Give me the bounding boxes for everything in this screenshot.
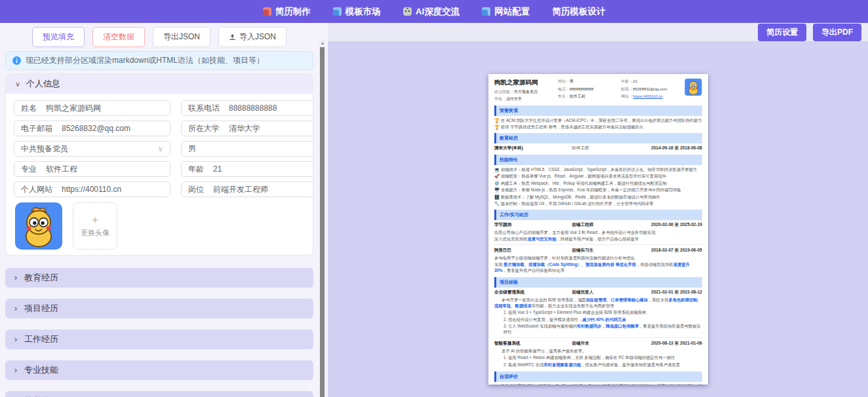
education-dates: 2014-09-16 至 2018-06-08 [634,145,702,151]
change-avatar-label: 更换头像 [81,228,109,238]
resume-info-value: 85268832@qq.com [633,87,667,91]
major-field: 专业 [14,161,170,177]
resume-settings-button[interactable]: 简历设置 [758,24,806,41]
highlighted-text: 图片懒加载、按需加载（Code Splitting）、预渲染首屏内容 等优化手段 [503,262,636,267]
clear-data-button[interactable]: 清空数据 [92,27,145,47]
collapsed-section-work[interactable]: ›工作经历 [5,330,313,349]
text-segment: ，优化客户沟通体验，提升服务响应速度与客户满意度 [581,362,680,367]
resume-info-pair: 性别：男 [558,79,619,85]
resume-section: 教育经历清华大学(本科)软件工程2014-09-16 至 2018-06-08 [494,133,702,151]
scrollbar-thumb[interactable] [320,47,325,397]
name-field-input[interactable] [46,104,163,113]
personal-info-card: ∨ 个人信息 姓名联系电话电子邮箱所在大学中共预备党员∨男∨专业年龄个人网站岗位 [5,73,313,255]
collapsed-section-education[interactable]: ›教育经历 [5,268,313,288]
name-field-label: 姓名 [21,103,37,114]
nav-label: 简历制作 [275,6,311,18]
political-status-select-value: 中共预备党员 [21,143,157,155]
scrollbar-up-icon[interactable]: ▲ [319,40,326,47]
nav-item-resume-builder[interactable]: 简历制作 [263,6,311,18]
phone-field-input[interactable] [229,104,313,113]
chevron-right-icon: › [14,366,17,374]
export-pdf-button[interactable]: 导出PDF [813,24,861,41]
collapsed-section-honors[interactable]: ›荣誉奖项 [5,391,313,397]
left-panel-scrollbar[interactable]: ▲ [319,40,326,397]
gender-select[interactable]: 男∨ [181,141,313,157]
text-segment: ，显著提升用户访问体验和转化率 [503,268,564,273]
preview-canvas: 狗凯之家源码网 政治面貌：中共预备党员学校：清华大学 性别：男电话：888888… [328,41,868,397]
job-header-row: 智能客服系统前端开发2020-08-13 至 2021-01-06 [494,341,702,347]
avatar-row: + 更换头像 [6,197,313,250]
age-field-input[interactable] [213,164,313,174]
job-header-row: 字节跳动前端工程师2020-02-06 至 2025-02-19 [494,222,702,228]
bullet-icon: 🏆 [494,124,500,129]
text-segment: 2. 优化组件设计与复用，提升模块通用性， [503,317,582,322]
resume-section-title: 荣誉奖项 [494,105,702,116]
resume-info-pair: 邮箱：85268832@qq.com [621,86,682,92]
job-entry: 企业级管理系统前端负责人2021-02-01 至 2022-08-12参与开发一… [494,290,702,335]
personal-info-header[interactable]: ∨ 个人信息 [6,74,313,94]
text-segment: 参与电商平台移动端前端开发，针对加载速度和跳转流畅性能进行分析与优化 [494,255,635,260]
jobs-list: 企业级管理系统前端负责人2021-02-01 至 2022-08-12参与开发一… [494,290,702,368]
position-field-input[interactable] [213,185,313,194]
job-dates: 2021-02-01 至 2022-08-12 [634,290,702,295]
nav-item-site-config[interactable]: 网站配置 [482,6,530,18]
bullet-icon: 🗄️ [494,195,500,199]
highlighted-text: 实时数据同步，降低接口轮询频率 [577,324,639,328]
resume-builder-app: 简历制作 模板市场 AI深度交流 网站配置 简历模板设计 预览填充 清空数据 导… [0,0,868,397]
text-segment: ，持续提升用户体验，助力产品核心指标提升 [556,236,639,241]
university-field: 所在大学 [181,121,313,136]
template-market-icon [333,7,342,16]
nav-item-template-design[interactable]: 简历模板设计 [552,6,605,18]
job-detail-line: 1. 使用 Vue 3 + TypeScript + Element Plus … [503,309,702,315]
bullet-item: 🖥️全栈能力：掌握 Node.js，熟悉 Express、Koa 等后端框架，具… [494,187,702,193]
resume-section-title: 技能特长 [494,155,702,165]
bullet-icon: 🔧 [494,201,500,206]
collapsed-section-projects[interactable]: ›项目经历 [5,299,313,318]
website-field-input[interactable] [62,185,163,194]
bullet-icon: 🏆 [494,118,500,123]
collapsed-section-label: 工作经历 [24,333,58,345]
job-role: 前端工程师 [572,222,634,228]
text-segment: 3. 引入 WebSocket 实现前端与服务端的 [503,324,577,328]
bullet-icon: ⚙️ [494,181,500,185]
text-segment: 版本控制：熟练使用 Git，常用 GitHub / GitLab 进行协作开发，… [501,201,654,206]
job-detail-line: 深入优化页面加载速度与交互性能，持续提升用户体验，助力产品核心指标提升 [494,236,702,242]
text-segment: 全栈能力：掌握 Node.js，熟悉 Express、Koa 等后端框架，具备一… [501,187,681,192]
political-status-select[interactable]: 中共预备党员∨ [14,141,170,157]
major-field-input[interactable] [46,164,163,174]
import-json-button[interactable]: 导入JSON [218,27,286,47]
resume-info-label: 年龄： [621,79,633,83]
site-config-icon [482,7,490,16]
job-detail-line: 1. 使用 React + Redux 构建前端架构，支持 多端适配，确保在 P… [503,354,702,360]
age-field-label: 年龄 [188,164,204,175]
university-field-input[interactable] [229,124,313,133]
name-field: 姓名 [14,100,170,116]
education-row: 清华大学(本科)软件工程2014-09-16 至 2018-06-08 [494,145,702,151]
preview-toolbar: 简历设置 导出PDF [328,23,868,41]
export-json-button[interactable]: 导出JSON [153,27,210,47]
nav-item-ai-chat[interactable]: AI深度交流 [403,6,460,18]
resume-website-link[interactable]: https://400110.cn [633,94,663,98]
chevron-down-icon: ∨ [157,144,163,153]
resume-info-pair: 政治面貌：中共预备党员 [494,89,555,95]
job-org: 阿里巴巴 [494,248,572,254]
text-segment: 构建工具：熟悉 Webpack、Vite、Rollup 等现代前端构建工具，能进… [501,181,667,185]
text-segment: 前端技术：精通 HTML5、CSS3、JavaScript、TypeScript… [501,167,698,172]
resume-section-title: 工作/实习经历 [494,210,702,220]
text-segment: 深入优化页面加载 [494,236,527,241]
resume-section: 技能特长💻前端技术：精通 HTML5、CSS3、JavaScript、TypeS… [494,155,702,206]
preview-fill-button[interactable]: 预览填充 [32,27,85,47]
chevron-right-icon: › [14,305,17,312]
collapsed-section-skills[interactable]: ›专业技能 [5,360,313,380]
text-segment: 在 ACM 国际大学生程序设计竞赛（ACM-ICPC）中，荣获全国二等奖，展现出… [501,118,702,123]
job-entry: 字节跳动前端工程师2020-02-06 至 2025-02-19负责公司核心产品… [494,222,702,242]
resume-section-title: 自我评价 [494,371,702,382]
bullet-item: 🗄️数据库技术：了解 MySQL、MongoDB、Redis，能进行基本的数据存… [494,194,702,200]
job-dates: 2020-08-13 至 2021-01-06 [634,341,702,347]
nav-item-template-market[interactable]: 模板市场 [333,6,381,18]
university-field-label: 所在大学 [188,123,220,134]
bullet-icon: 💻 [494,167,500,172]
email-field-input[interactable] [62,124,163,133]
change-avatar-button[interactable]: + 更换头像 [73,202,117,250]
nav-label: AI深度交流 [416,6,460,18]
